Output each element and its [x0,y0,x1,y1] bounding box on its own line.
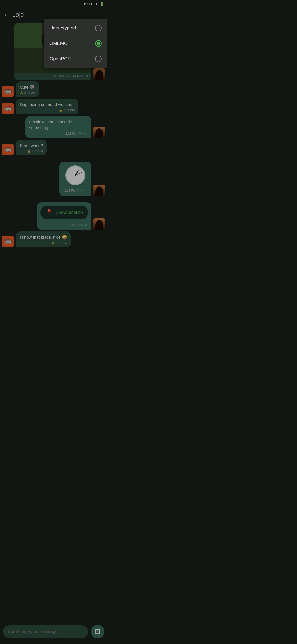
radio-omemo-fill [97,42,100,45]
encryption-option-omemo[interactable]: OMEMO [44,36,107,51]
encryption-dropdown: Unencrypted OMEMO OpenPGP [44,19,107,68]
encryption-label-omemo: OMEMO [50,41,68,46]
encryption-option-unencrypted[interactable]: Unencrypted [44,20,107,36]
encryption-label-unencrypted: Unencrypted [50,25,76,31]
encryption-option-openpgp[interactable]: OpenPGP [44,51,107,67]
radio-unencrypted [95,25,102,31]
encryption-label-openpgp: OpenPGP [50,56,71,62]
radio-omemo [95,40,102,47]
radio-openpgp [95,56,102,62]
